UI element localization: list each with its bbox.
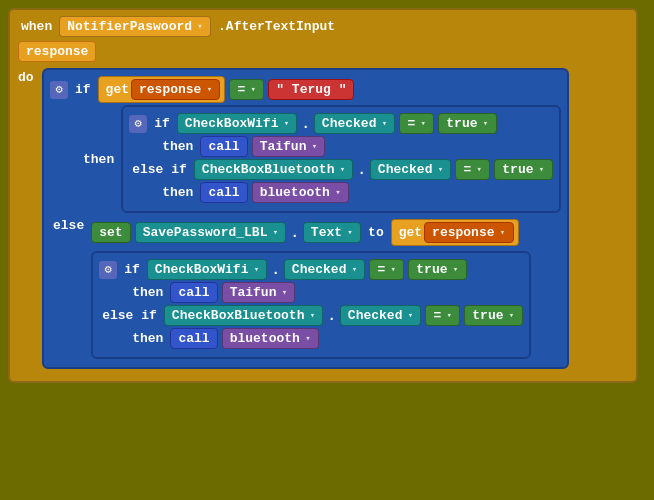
checkboxbluetooth-block-1[interactable]: CheckBoxBluetooth ▾ — [194, 159, 354, 180]
when-keyword: when — [18, 18, 55, 35]
then-keyword-2: then — [159, 138, 196, 155]
call-text-3: call — [178, 285, 209, 300]
eq-arrow-3: ▾ — [473, 164, 485, 175]
eq-label-3: = — [463, 162, 471, 177]
eq-block-1[interactable]: = ▾ — [229, 79, 264, 100]
cbw-arrow-2: ▾ — [250, 264, 262, 275]
bluetooth-block-2[interactable]: bluetooth ▾ — [222, 328, 319, 349]
true-block-3[interactable]: true ▾ — [408, 259, 466, 280]
eq-block-3[interactable]: = ▾ — [455, 159, 490, 180]
eq-label-1: = — [237, 82, 245, 97]
checked-arrow-4: ▾ — [404, 310, 416, 321]
checked-block-3[interactable]: Checked ▾ — [284, 259, 366, 280]
savepassword-arrow: ▾ — [269, 227, 281, 238]
text-arrow: ▾ — [344, 227, 356, 238]
response-param-block[interactable]: response — [18, 41, 96, 62]
bluetooth-block-1[interactable]: bluetooth ▾ — [252, 182, 349, 203]
gear-icon-2[interactable]: ⚙ — [129, 115, 147, 133]
then-keyword-1: then — [80, 151, 117, 168]
notifier-block[interactable]: NotifierPaswoord ▾ — [59, 16, 211, 37]
get-label-1: get — [106, 82, 129, 97]
eq-block-2[interactable]: = ▾ — [399, 113, 434, 134]
elseif-keyword-2: else if — [99, 307, 160, 324]
then-keyword-3: then — [159, 184, 196, 201]
set-row: set SavePassword_LBL ▾ . Text ▾ to — [91, 219, 530, 246]
cbw-arrow-1: ▾ — [280, 118, 292, 129]
dot-1: . — [301, 116, 309, 132]
true-block-2[interactable]: true ▾ — [494, 159, 552, 180]
else-section: else set SavePassword_LBL ▾ . Text — [50, 217, 561, 359]
true-arrow-1: ▾ — [480, 118, 492, 129]
terug-label: " Terug " — [276, 82, 346, 97]
if-keyword-1: if — [72, 81, 94, 98]
after-text-label: .AfterTextInput — [215, 18, 338, 35]
taifun-block-2[interactable]: Taifun ▾ — [222, 282, 296, 303]
then-row-1: then ⚙ if CheckBoxWifi ▾ . Checked ▾ — [80, 105, 561, 213]
checked-arrow-2: ▾ — [434, 164, 446, 175]
eq-label-4: = — [377, 262, 385, 277]
eq-block-5[interactable]: = ▾ — [425, 305, 460, 326]
checked-block-1[interactable]: Checked ▾ — [314, 113, 396, 134]
eq-label-5: = — [433, 308, 441, 323]
checked-label-3: Checked — [292, 262, 347, 277]
else-then-bluetooth: then call bluetooth ▾ — [129, 328, 522, 349]
elseif-bluetooth-row-1: else if CheckBoxBluetooth ▾ . Checked ▾ … — [129, 159, 552, 180]
cbb-arrow-1: ▾ — [336, 164, 348, 175]
checked-block-2[interactable]: Checked ▾ — [370, 159, 452, 180]
taifun-arrow-1: ▾ — [308, 141, 320, 152]
set-label: set — [99, 225, 122, 240]
dot-4: . — [271, 262, 279, 278]
taifun-label-1: Taifun — [260, 139, 307, 154]
gear-icon-3[interactable]: ⚙ — [99, 261, 117, 279]
notifier-label: NotifierPaswoord — [67, 19, 192, 34]
checkboxwifi-label-2: CheckBoxWifi — [155, 262, 249, 277]
true-block-4[interactable]: true ▾ — [464, 305, 522, 326]
call-label-1: call — [200, 136, 247, 157]
bluetooth-arrow-2: ▾ — [302, 333, 314, 344]
checked-label-4: Checked — [348, 308, 403, 323]
elseif-keyword-1: else if — [129, 161, 190, 178]
eq-arrow-5: ▾ — [443, 310, 455, 321]
checked-arrow-3: ▾ — [348, 264, 360, 275]
checkboxwifi-block-1[interactable]: CheckBoxWifi ▾ — [177, 113, 298, 134]
else-content: set SavePassword_LBL ▾ . Text ▾ to — [91, 217, 530, 359]
response-val-2: response — [432, 225, 494, 240]
savepassword-block[interactable]: SavePassword_LBL ▾ — [135, 222, 287, 243]
response-val-1: response — [139, 82, 201, 97]
call-text-2: call — [208, 185, 239, 200]
resp-arrow-1: ▾ — [203, 84, 215, 95]
checked-arrow-1: ▾ — [378, 118, 390, 129]
then-call-taifun-1: then call Taifun ▾ — [159, 136, 552, 157]
true-block-1[interactable]: true ▾ — [438, 113, 496, 134]
checkboxwifi-block-2[interactable]: CheckBoxWifi ▾ — [147, 259, 268, 280]
if-keyword-2: if — [151, 115, 173, 132]
taifun-block-1[interactable]: Taifun ▾ — [252, 136, 326, 157]
else-if-wifi-row: ⚙ if CheckBoxWifi ▾ . Checked ▾ — [99, 259, 522, 280]
call-label-3: call — [170, 282, 217, 303]
gear-icon-1[interactable]: ⚙ — [50, 81, 68, 99]
then-keyword-5: then — [129, 330, 166, 347]
call-text-1: call — [208, 139, 239, 154]
checked-block-4[interactable]: Checked ▾ — [340, 305, 422, 326]
get-response-block-2[interactable]: get response ▾ — [391, 219, 519, 246]
response-param-row: response — [18, 41, 628, 62]
do-keyword: do — [18, 66, 38, 85]
response-block-1[interactable]: response ▾ — [131, 79, 220, 100]
response-block-2[interactable]: response ▾ — [424, 222, 513, 243]
true-arrow-4: ▾ — [506, 310, 518, 321]
then-call-bluetooth-1: then call bluetooth ▾ — [159, 182, 552, 203]
eq-arrow-1: ▾ — [247, 84, 259, 95]
checkboxbluetooth-block-2[interactable]: CheckBoxBluetooth ▾ — [164, 305, 324, 326]
true-label-3: true — [416, 262, 447, 277]
call-text-4: call — [178, 331, 209, 346]
text-label: Text — [311, 225, 342, 240]
dot-3: . — [290, 225, 298, 241]
true-label-1: true — [446, 116, 477, 131]
terug-block[interactable]: " Terug " — [268, 79, 354, 100]
text-block[interactable]: Text ▾ — [303, 222, 361, 243]
checked-label-2: Checked — [378, 162, 433, 177]
eq-label-2: = — [407, 116, 415, 131]
get-response-block-1[interactable]: get response ▾ — [98, 76, 226, 103]
eq-block-4[interactable]: = ▾ — [369, 259, 404, 280]
true-arrow-2: ▾ — [536, 164, 548, 175]
